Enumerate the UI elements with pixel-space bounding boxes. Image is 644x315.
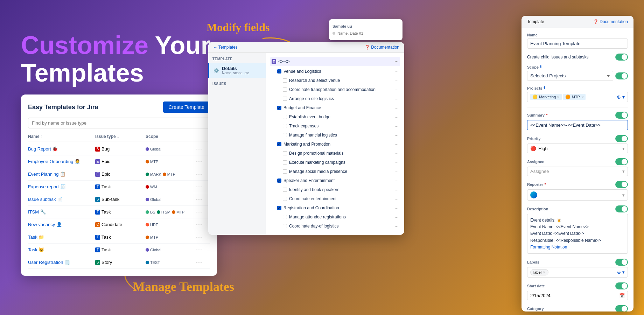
labels-chevron[interactable]: ▾ <box>622 270 625 275</box>
table-row[interactable]: New vacancy 👤 C Candidate HRT ··· <box>28 218 210 231</box>
template-name[interactable]: New vacancy 👤 <box>28 222 95 227</box>
issue-actions-button[interactable]: ··· <box>394 178 399 183</box>
template-name[interactable]: Task 😺 <box>28 247 95 252</box>
priority-chevron[interactable]: ▾ <box>622 146 625 151</box>
table-row[interactable]: User Registration 🗒️ S Story TEST ··· <box>28 256 210 269</box>
template-name[interactable]: Issue subtask 📄 <box>28 197 95 202</box>
row-actions-button[interactable]: ··· <box>196 183 210 190</box>
issue-actions-button[interactable]: ··· <box>394 87 399 92</box>
row-actions-button[interactable]: ··· <box>196 246 210 253</box>
scope-select[interactable]: Selected Projects <box>527 71 613 81</box>
issue-actions-button[interactable]: ··· <box>394 223 399 229</box>
issue-actions-button[interactable]: ··· <box>394 132 399 138</box>
sidebar-details-item[interactable]: ⚙️ Details Name, scope, etc <box>208 63 266 78</box>
issue-actions-button[interactable]: ··· <box>394 196 399 202</box>
row-actions-button[interactable]: ··· <box>196 221 210 228</box>
label-remove[interactable]: × <box>543 270 545 274</box>
row-actions-button[interactable]: ··· <box>196 208 210 216</box>
search-input[interactable] <box>28 118 210 128</box>
create-template-button[interactable]: Create Template <box>163 102 210 113</box>
labels-add-icon[interactable]: ⊕ <box>617 270 621 275</box>
template-name[interactable]: User Registration 🗒️ <box>28 260 95 265</box>
template-name[interactable]: Employee Onboarding 🧑‍💼 <box>28 159 95 164</box>
table-row[interactable]: Task 😺 T Task Global ··· <box>28 244 210 256</box>
issue-row[interactable]: Research and select venue ··· <box>270 76 400 85</box>
category-toggle[interactable] <box>615 305 628 312</box>
description-toggle[interactable] <box>615 205 628 212</box>
table-row[interactable]: Issue subtask 📄 S Sub-task Global ··· <box>28 193 210 206</box>
doc-link[interactable]: ❓ Documentation <box>365 45 399 50</box>
issue-row[interactable]: Manage financial logistics ··· <box>270 131 400 140</box>
reporter-chevron[interactable]: ▾ <box>622 192 625 198</box>
assignee-chevron[interactable]: ▾ <box>622 169 625 174</box>
row-actions-button[interactable]: ··· <box>196 145 210 153</box>
template-name[interactable]: Expense report 🧾 <box>28 184 95 189</box>
unchecked-icon <box>283 88 287 92</box>
issue-row[interactable]: Coordinate day-of logistics ··· <box>270 222 400 231</box>
issue-actions-button[interactable]: ··· <box>394 105 399 111</box>
row-actions-button[interactable]: ··· <box>196 259 210 266</box>
issue-actions-button[interactable]: ··· <box>394 150 399 156</box>
issue-actions-button[interactable]: ··· <box>394 141 399 147</box>
issue-actions-button[interactable]: ··· <box>394 69 399 74</box>
issue-row[interactable]: Arrange on-site logistics ··· <box>270 94 400 103</box>
formatting-notation-link[interactable]: Formatting Notation <box>530 245 567 250</box>
reporter-toggle[interactable] <box>615 181 628 188</box>
priority-toggle[interactable] <box>615 135 628 142</box>
config-body: Name Create child issues and subtasks Sc… <box>522 28 634 312</box>
issue-row[interactable]: Coordinate entertainment ··· <box>270 194 400 203</box>
table-row[interactable]: ITSM 🔧 T Task BS ITSM MTP ··· <box>28 206 210 218</box>
issue-row[interactable]: Manage attendee registrations ··· <box>270 212 400 222</box>
template-name[interactable]: Task 📁 <box>28 234 95 240</box>
issue-row[interactable]: Design promotional materials ··· <box>270 149 400 158</box>
template-name[interactable]: Event Planning 📋 <box>28 172 95 177</box>
row-actions-button[interactable]: ··· <box>196 158 210 165</box>
summary-input[interactable] <box>527 120 628 130</box>
issue-actions-button[interactable]: ··· <box>394 187 399 192</box>
table-row[interactable]: Employee Onboarding 🧑‍💼 E Epic MTP ··· <box>28 155 210 168</box>
table-row[interactable]: Expense report 🧾 T Task WM ··· <box>28 181 210 193</box>
issue-actions-button[interactable]: ··· <box>394 78 399 83</box>
issue-actions-button[interactable]: ··· <box>394 214 399 220</box>
table-row[interactable]: Event Planning 📋 E Epic MARK MTP ··· <box>28 168 210 181</box>
config-doc-link[interactable]: ❓ Documentation <box>593 19 628 24</box>
issue-actions-button[interactable]: ··· <box>394 123 399 129</box>
issue-actions-button[interactable]: ··· <box>394 169 399 174</box>
issue-row[interactable]: Coordinate transportation and accommodat… <box>270 85 400 94</box>
row-actions-button[interactable]: ··· <box>196 170 210 178</box>
issue-actions-button[interactable]: ··· <box>394 96 399 102</box>
panel-header: Easy Templates for Jira Create Template <box>28 102 210 113</box>
row-actions-button[interactable]: ··· <box>196 233 210 241</box>
assignee-toggle[interactable] <box>615 158 628 165</box>
issue-row[interactable]: ✓ Budget and Finance ··· <box>270 103 400 112</box>
labels-toggle[interactable] <box>615 259 628 266</box>
start-date-toggle[interactable] <box>615 282 628 289</box>
issue-row[interactable]: ✓ Speaker and Entertainment ··· <box>270 176 400 185</box>
back-link[interactable]: ← Templates <box>213 45 238 50</box>
issue-row[interactable]: Manage social media presence ··· <box>270 167 400 176</box>
scope-toggle[interactable] <box>615 72 628 79</box>
child-issues-toggle[interactable] <box>615 54 628 61</box>
row-actions-button[interactable]: ··· <box>196 196 210 203</box>
template-name[interactable]: Bug Report 🐞 <box>28 146 95 152</box>
issue-row[interactable]: ✓ Venue and Logistics ··· <box>270 67 400 76</box>
projects-add-icon[interactable]: ⊕ <box>617 94 621 100</box>
template-name[interactable]: ITSM 🔧 <box>28 209 95 215</box>
issue-row[interactable]: Identify and book speakers ··· <box>270 185 400 194</box>
table-row[interactable]: Bug Report 🐞 B Bug Global ··· <box>28 143 210 155</box>
issue-row[interactable]: E <>-<> ··· <box>270 57 400 66</box>
table-row[interactable]: Task 📁 T Task MTP ··· <box>28 231 210 244</box>
issue-actions-button[interactable]: ··· <box>394 205 399 211</box>
issue-row[interactable]: Establish event budget ··· <box>270 112 400 121</box>
summary-toggle[interactable] <box>615 112 628 119</box>
issue-actions-button[interactable]: ··· <box>394 59 399 64</box>
issue-row[interactable]: Track expenses ··· <box>270 121 400 131</box>
name-input[interactable] <box>527 38 628 49</box>
issue-row[interactable]: ✓ Registration and Coordination ··· <box>270 203 400 212</box>
issue-row[interactable]: Execute marketing campaigns ··· <box>270 158 400 167</box>
start-date-value: 2/15/2024 <box>530 293 551 298</box>
issue-actions-button[interactable]: ··· <box>394 114 399 120</box>
issue-actions-button[interactable]: ··· <box>394 160 399 165</box>
projects-chevron-icon[interactable]: ▾ <box>622 94 625 100</box>
issue-row[interactable]: ✓ Marketing and Promotion ··· <box>270 140 400 149</box>
